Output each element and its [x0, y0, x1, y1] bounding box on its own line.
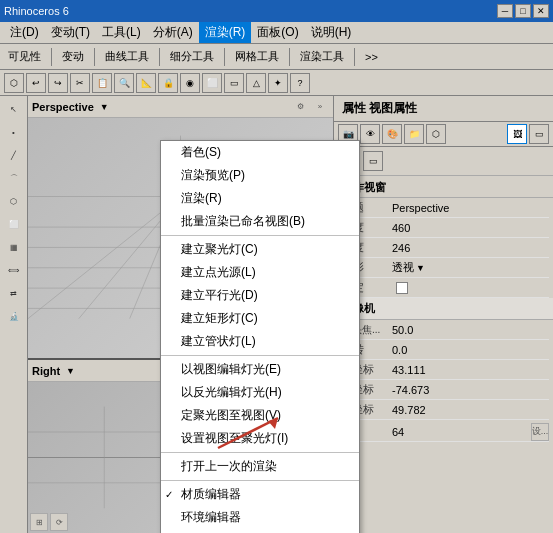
tab-icon-viewport[interactable]: 🖼 [507, 124, 527, 144]
menu-item-preview[interactable]: 渲染预览(P) [161, 164, 359, 187]
menu-item-edit-vp-label: 以视图编辑灯光(E) [181, 361, 281, 378]
menu-item-edit-reflect[interactable]: 以反光编辑灯光(H) [161, 381, 359, 404]
prop-val-rotate[interactable]: 0.0 [388, 342, 549, 358]
menu-item-color[interactable]: 着色(S) [161, 141, 359, 164]
tb-btn-13[interactable]: ✦ [268, 73, 288, 93]
prop-val-x[interactable]: 43.111 [388, 362, 549, 378]
menu-item-create-rect-label: 建立聚光灯(C) [181, 241, 258, 258]
menu-help[interactable]: 说明(H) [305, 22, 358, 43]
sidebar-btn-solid[interactable]: ⬜ [3, 213, 25, 235]
vp-bottom-btn-1[interactable]: ⊞ [30, 513, 48, 531]
sidebar-btn-line[interactable]: ╱ [3, 144, 25, 166]
menu-item-env-editor-label: 环境编辑器 [181, 509, 241, 526]
menu-item-color-label: 着色(S) [181, 144, 221, 161]
menu-analyze[interactable]: 分析(A) [147, 22, 199, 43]
prop-val-title: Perspective [388, 200, 549, 216]
menu-item-create-point[interactable]: 建立点光源(L) [161, 261, 359, 284]
tb-btn-12[interactable]: △ [246, 73, 266, 93]
tb-btn-8[interactable]: 🔒 [158, 73, 178, 93]
tab-icon-eye[interactable]: 👁 [360, 124, 380, 144]
menu-item-create-rect2-label: 建立矩形灯(C) [181, 310, 258, 327]
toolbar-label-mesh: 网格工具 [231, 49, 283, 64]
tb-btn-3[interactable]: ↪ [48, 73, 68, 93]
dd-sep-4 [161, 480, 359, 481]
tb-btn-2[interactable]: ↩ [26, 73, 46, 93]
lock-checkbox[interactable] [396, 282, 408, 294]
prop-projection-row: 投影 透视 ▼ [338, 258, 549, 278]
title-bar: Rhinoceros 6 ─ □ ✕ [0, 0, 553, 22]
menu-item-create-dir[interactable]: 建立平行光(D) [161, 284, 359, 307]
menu-item-edit-vp[interactable]: 以视图编辑灯光(E) [161, 358, 359, 381]
menu-item-env-editor[interactable]: 环境编辑器 [161, 506, 359, 529]
sidebar-btn-transform[interactable]: ⇄ [3, 282, 25, 304]
prop-val-projection[interactable]: 透视 ▼ [388, 258, 549, 277]
panel-tabs: 📷 👁 🎨 📁 ⬡ 🖼 ▭ [334, 122, 553, 147]
extra-action-btn[interactable]: 设... [531, 423, 549, 441]
menu-file[interactable]: 注(D) [4, 22, 45, 43]
menu-item-batch[interactable]: 批量渲染已命名视图(B) [161, 210, 359, 233]
tab-icon-material[interactable]: 🎨 [382, 124, 402, 144]
sidebar-btn-surface[interactable]: ⬡ [3, 190, 25, 212]
tb-btn-1[interactable]: ⬡ [4, 73, 24, 93]
tb-btn-5[interactable]: 📋 [92, 73, 112, 93]
menu-item-open-render[interactable]: 打开上一次的渲染 [161, 455, 359, 478]
dd-sep-2 [161, 355, 359, 356]
sidebar-btn-analyze[interactable]: 🔬 [3, 305, 25, 327]
camera-tab-2[interactable]: ▭ [363, 151, 383, 171]
maximize-button[interactable]: □ [515, 4, 531, 18]
tab-icon-folder[interactable]: 📁 [404, 124, 424, 144]
right-dropdown-arrow[interactable]: ▼ [66, 366, 75, 376]
menu-item-map-editor[interactable]: 贴图编辑器 [161, 529, 359, 533]
menu-item-create-rect[interactable]: 建立聚光灯(C) [161, 238, 359, 261]
menu-item-create-tube[interactable]: 建立管状灯(L) [161, 330, 359, 353]
toolbar-more[interactable]: >> [361, 51, 382, 63]
tb-btn-9[interactable]: ◉ [180, 73, 200, 93]
prop-val-focal[interactable]: 50.0 [388, 322, 549, 338]
menu-item-create-dir-label: 建立平行光(D) [181, 287, 258, 304]
tb-btn-4[interactable]: ✂ [70, 73, 90, 93]
extra-btn[interactable]: 设... [531, 423, 549, 441]
vp-bottom-btn-2[interactable]: ⟳ [50, 513, 68, 531]
mat-check-icon: ✓ [165, 489, 173, 500]
tb-btn-14[interactable]: ? [290, 73, 310, 93]
menu-item-mat-editor[interactable]: ✓ 材质编辑器 [161, 483, 359, 506]
prop-val-y[interactable]: -74.673 [388, 382, 549, 398]
tab-icon-frame[interactable]: ▭ [529, 124, 549, 144]
tb-btn-10[interactable]: ⬜ [202, 73, 222, 93]
menu-item-focus[interactable]: 定聚光图至视图(V) [161, 404, 359, 427]
sidebar-btn-curve[interactable]: ⌒ [3, 167, 25, 189]
prop-width-row: 宽度 460 [338, 218, 549, 238]
camera-props-table: 镜头焦... 50.0 旋转 0.0 X 坐标 43.111 Y 坐标 -74.… [334, 320, 553, 420]
sidebar-btn-dim[interactable]: ⟺ [3, 259, 25, 281]
toolbar-sep-4 [224, 48, 225, 66]
toolbar-row-1: 可见性 变动 曲线工具 细分工具 网格工具 渲染工具 >> [0, 44, 553, 70]
menu-view[interactable]: 工具(L) [96, 22, 147, 43]
svg-line-0 [28, 197, 181, 319]
sidebar-btn-select[interactable]: ↖ [3, 98, 25, 120]
tb-btn-11[interactable]: ▭ [224, 73, 244, 93]
menu-item-create-rect2[interactable]: 建立矩形灯(C) [161, 307, 359, 330]
tb-btn-6[interactable]: 🔍 [114, 73, 134, 93]
right-label: Right [32, 365, 60, 377]
menu-item-focus-label: 定聚光图至视图(V) [181, 407, 281, 424]
props-table: 标题 Perspective 宽度 460 高度 246 投影 透视 ▼ [334, 198, 553, 298]
sidebar-btn-point[interactable]: • [3, 121, 25, 143]
projection-dropdown-icon[interactable]: ▼ [416, 263, 425, 273]
prop-x-row: X 坐标 43.111 [338, 360, 549, 380]
menu-render[interactable]: 渲染(R) [199, 22, 252, 43]
menu-item-create-point-label: 建立点光源(L) [181, 264, 256, 281]
menu-item-set-sun[interactable]: 设置视图至聚光灯(I) [161, 427, 359, 450]
prop-lock-row: 锁定 [338, 278, 549, 298]
camera-icon-row: 📷 ▭ [334, 147, 553, 176]
minimize-button[interactable]: ─ [497, 4, 513, 18]
sidebar-btn-mesh[interactable]: ▦ [3, 236, 25, 258]
prop-val-z[interactable]: 49.782 [388, 402, 549, 418]
close-button[interactable]: ✕ [533, 4, 549, 18]
tb-btn-7[interactable]: 📐 [136, 73, 156, 93]
menu-item-render-cmd[interactable]: 渲染(R) [161, 187, 359, 210]
prop-height-row: 高度 246 [338, 238, 549, 258]
extra-props: ... 64 设... [334, 422, 553, 442]
menu-panels[interactable]: 面板(O) [251, 22, 304, 43]
tab-icon-obj[interactable]: ⬡ [426, 124, 446, 144]
menu-edit[interactable]: 变动(T) [45, 22, 96, 43]
